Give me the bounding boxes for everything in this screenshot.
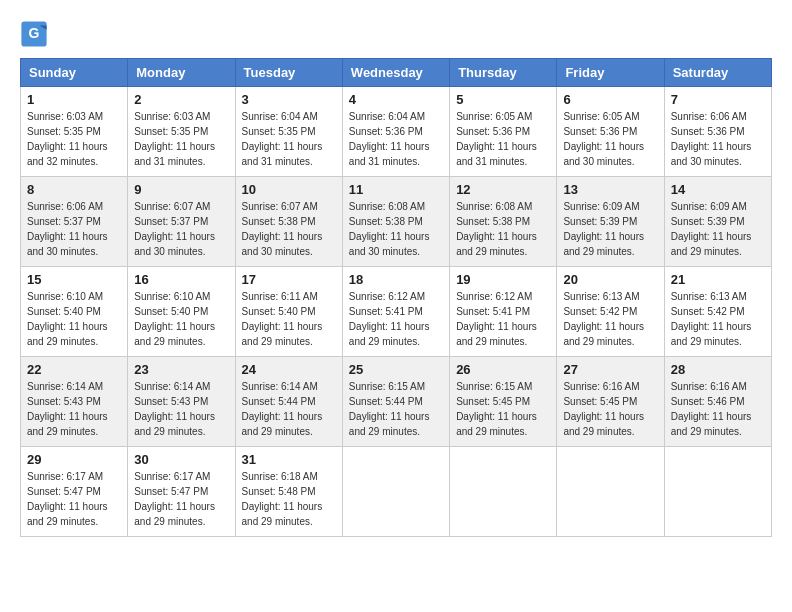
calendar-cell: 18 Sunrise: 6:12 AMSunset: 5:41 PMDaylig… [342,267,449,357]
day-info: Sunrise: 6:18 AMSunset: 5:48 PMDaylight:… [242,469,336,529]
svg-text:G: G [29,25,40,41]
weekday-header: Sunday [21,59,128,87]
day-info: Sunrise: 6:09 AMSunset: 5:39 PMDaylight:… [671,199,765,259]
day-number: 3 [242,92,336,107]
weekday-header: Friday [557,59,664,87]
calendar-week-row: 29 Sunrise: 6:17 AMSunset: 5:47 PMDaylig… [21,447,772,537]
day-number: 31 [242,452,336,467]
day-number: 5 [456,92,550,107]
calendar-cell [557,447,664,537]
calendar-cell: 24 Sunrise: 6:14 AMSunset: 5:44 PMDaylig… [235,357,342,447]
calendar-cell: 3 Sunrise: 6:04 AMSunset: 5:35 PMDayligh… [235,87,342,177]
day-number: 27 [563,362,657,377]
calendar-cell: 27 Sunrise: 6:16 AMSunset: 5:45 PMDaylig… [557,357,664,447]
calendar-cell: 8 Sunrise: 6:06 AMSunset: 5:37 PMDayligh… [21,177,128,267]
calendar-week-row: 1 Sunrise: 6:03 AMSunset: 5:35 PMDayligh… [21,87,772,177]
day-info: Sunrise: 6:15 AMSunset: 5:44 PMDaylight:… [349,379,443,439]
day-info: Sunrise: 6:07 AMSunset: 5:37 PMDaylight:… [134,199,228,259]
calendar-week-row: 22 Sunrise: 6:14 AMSunset: 5:43 PMDaylig… [21,357,772,447]
calendar-cell: 5 Sunrise: 6:05 AMSunset: 5:36 PMDayligh… [450,87,557,177]
day-number: 21 [671,272,765,287]
day-info: Sunrise: 6:04 AMSunset: 5:36 PMDaylight:… [349,109,443,169]
calendar: SundayMondayTuesdayWednesdayThursdayFrid… [20,58,772,537]
day-info: Sunrise: 6:10 AMSunset: 5:40 PMDaylight:… [134,289,228,349]
day-info: Sunrise: 6:13 AMSunset: 5:42 PMDaylight:… [563,289,657,349]
calendar-header-row: SundayMondayTuesdayWednesdayThursdayFrid… [21,59,772,87]
day-info: Sunrise: 6:14 AMSunset: 5:43 PMDaylight:… [134,379,228,439]
calendar-cell: 22 Sunrise: 6:14 AMSunset: 5:43 PMDaylig… [21,357,128,447]
day-info: Sunrise: 6:14 AMSunset: 5:44 PMDaylight:… [242,379,336,439]
day-number: 15 [27,272,121,287]
calendar-cell: 14 Sunrise: 6:09 AMSunset: 5:39 PMDaylig… [664,177,771,267]
day-info: Sunrise: 6:15 AMSunset: 5:45 PMDaylight:… [456,379,550,439]
day-info: Sunrise: 6:05 AMSunset: 5:36 PMDaylight:… [456,109,550,169]
calendar-cell: 19 Sunrise: 6:12 AMSunset: 5:41 PMDaylig… [450,267,557,357]
calendar-cell [342,447,449,537]
calendar-cell: 28 Sunrise: 6:16 AMSunset: 5:46 PMDaylig… [664,357,771,447]
day-info: Sunrise: 6:03 AMSunset: 5:35 PMDaylight:… [27,109,121,169]
calendar-cell: 10 Sunrise: 6:07 AMSunset: 5:38 PMDaylig… [235,177,342,267]
day-number: 7 [671,92,765,107]
calendar-cell: 15 Sunrise: 6:10 AMSunset: 5:40 PMDaylig… [21,267,128,357]
day-number: 19 [456,272,550,287]
calendar-cell: 9 Sunrise: 6:07 AMSunset: 5:37 PMDayligh… [128,177,235,267]
day-info: Sunrise: 6:16 AMSunset: 5:45 PMDaylight:… [563,379,657,439]
day-info: Sunrise: 6:09 AMSunset: 5:39 PMDaylight:… [563,199,657,259]
day-number: 20 [563,272,657,287]
day-number: 18 [349,272,443,287]
day-info: Sunrise: 6:16 AMSunset: 5:46 PMDaylight:… [671,379,765,439]
calendar-cell: 7 Sunrise: 6:06 AMSunset: 5:36 PMDayligh… [664,87,771,177]
day-info: Sunrise: 6:03 AMSunset: 5:35 PMDaylight:… [134,109,228,169]
day-number: 29 [27,452,121,467]
day-number: 4 [349,92,443,107]
day-info: Sunrise: 6:10 AMSunset: 5:40 PMDaylight:… [27,289,121,349]
calendar-cell: 26 Sunrise: 6:15 AMSunset: 5:45 PMDaylig… [450,357,557,447]
calendar-week-row: 15 Sunrise: 6:10 AMSunset: 5:40 PMDaylig… [21,267,772,357]
day-info: Sunrise: 6:13 AMSunset: 5:42 PMDaylight:… [671,289,765,349]
day-number: 14 [671,182,765,197]
day-number: 26 [456,362,550,377]
day-number: 25 [349,362,443,377]
day-number: 2 [134,92,228,107]
calendar-cell: 4 Sunrise: 6:04 AMSunset: 5:36 PMDayligh… [342,87,449,177]
day-info: Sunrise: 6:07 AMSunset: 5:38 PMDaylight:… [242,199,336,259]
day-number: 16 [134,272,228,287]
weekday-header: Tuesday [235,59,342,87]
day-info: Sunrise: 6:17 AMSunset: 5:47 PMDaylight:… [27,469,121,529]
calendar-cell: 20 Sunrise: 6:13 AMSunset: 5:42 PMDaylig… [557,267,664,357]
calendar-cell: 6 Sunrise: 6:05 AMSunset: 5:36 PMDayligh… [557,87,664,177]
calendar-cell: 2 Sunrise: 6:03 AMSunset: 5:35 PMDayligh… [128,87,235,177]
weekday-header: Monday [128,59,235,87]
day-info: Sunrise: 6:06 AMSunset: 5:36 PMDaylight:… [671,109,765,169]
calendar-cell: 29 Sunrise: 6:17 AMSunset: 5:47 PMDaylig… [21,447,128,537]
calendar-cell: 1 Sunrise: 6:03 AMSunset: 5:35 PMDayligh… [21,87,128,177]
day-info: Sunrise: 6:08 AMSunset: 5:38 PMDaylight:… [349,199,443,259]
day-number: 17 [242,272,336,287]
day-number: 24 [242,362,336,377]
calendar-cell [450,447,557,537]
calendar-cell: 16 Sunrise: 6:10 AMSunset: 5:40 PMDaylig… [128,267,235,357]
logo: G [20,20,52,48]
day-number: 11 [349,182,443,197]
calendar-cell: 31 Sunrise: 6:18 AMSunset: 5:48 PMDaylig… [235,447,342,537]
calendar-cell: 25 Sunrise: 6:15 AMSunset: 5:44 PMDaylig… [342,357,449,447]
day-number: 8 [27,182,121,197]
weekday-header: Wednesday [342,59,449,87]
page-header: G [20,20,772,48]
day-info: Sunrise: 6:05 AMSunset: 5:36 PMDaylight:… [563,109,657,169]
calendar-week-row: 8 Sunrise: 6:06 AMSunset: 5:37 PMDayligh… [21,177,772,267]
calendar-cell: 13 Sunrise: 6:09 AMSunset: 5:39 PMDaylig… [557,177,664,267]
day-info: Sunrise: 6:12 AMSunset: 5:41 PMDaylight:… [349,289,443,349]
weekday-header: Thursday [450,59,557,87]
calendar-cell [664,447,771,537]
calendar-cell: 21 Sunrise: 6:13 AMSunset: 5:42 PMDaylig… [664,267,771,357]
day-info: Sunrise: 6:12 AMSunset: 5:41 PMDaylight:… [456,289,550,349]
calendar-cell: 11 Sunrise: 6:08 AMSunset: 5:38 PMDaylig… [342,177,449,267]
day-number: 1 [27,92,121,107]
calendar-cell: 17 Sunrise: 6:11 AMSunset: 5:40 PMDaylig… [235,267,342,357]
day-number: 13 [563,182,657,197]
day-number: 9 [134,182,228,197]
calendar-cell: 23 Sunrise: 6:14 AMSunset: 5:43 PMDaylig… [128,357,235,447]
day-number: 12 [456,182,550,197]
logo-icon: G [20,20,48,48]
